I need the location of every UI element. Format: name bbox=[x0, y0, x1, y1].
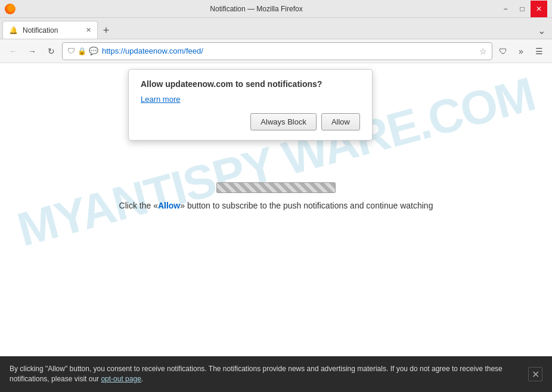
url-text: https://updateenow.com/feed/ bbox=[102, 46, 476, 55]
page-content: Allow updateenow.com to send notificatio… bbox=[0, 63, 552, 356]
bottom-bar-close-button[interactable]: ✕ bbox=[528, 367, 542, 381]
shield-icon: 🛡 bbox=[67, 46, 75, 55]
firefox-shield-button[interactable]: 🛡 bbox=[495, 43, 511, 60]
lock-icon: 🔒 bbox=[77, 47, 86, 55]
notification-icon: 💬 bbox=[89, 46, 98, 55]
progress-bar bbox=[216, 182, 336, 193]
active-tab[interactable]: 🔔 Notification ✕ bbox=[2, 21, 98, 39]
allow-button[interactable]: Allow bbox=[321, 113, 360, 130]
titlebar: Notification — Mozilla Firefox − □ ✕ bbox=[0, 0, 552, 18]
progress-instruction: Click the «Allow» button to subscribe to… bbox=[119, 200, 433, 212]
allow-highlight: Allow bbox=[158, 201, 180, 210]
firefox-logo-icon bbox=[5, 4, 15, 14]
reload-button[interactable]: ↻ bbox=[43, 43, 60, 60]
toolbar: ← → ↻ 🛡 🔒 💬 https://updateenow.com/feed/… bbox=[0, 39, 552, 63]
titlebar-title: Notification — Mozilla Firefox bbox=[15, 5, 497, 13]
forward-button[interactable]: → bbox=[24, 43, 41, 60]
tab-label: Notification bbox=[23, 26, 58, 35]
bottom-bar-text: By clicking "Allow" button, you consent … bbox=[10, 364, 519, 384]
tab-icon: 🔔 bbox=[9, 26, 18, 35]
tab-more-button[interactable]: ⌄ bbox=[533, 22, 550, 39]
address-bar-icons: 🛡 🔒 💬 bbox=[67, 46, 98, 55]
page-center: Click the «Allow» button to subscribe to… bbox=[0, 182, 552, 212]
popup-buttons: Always Block Allow bbox=[141, 113, 360, 130]
always-block-button[interactable]: Always Block bbox=[250, 113, 317, 130]
notification-popup: Allow updateenow.com to send notificatio… bbox=[128, 69, 373, 141]
titlebar-controls: − □ ✕ bbox=[497, 1, 547, 17]
tabbar: 🔔 Notification ✕ + ⌄ bbox=[0, 18, 552, 39]
popup-title: Allow updateenow.com to send notificatio… bbox=[141, 79, 360, 89]
extensions-button[interactable]: » bbox=[513, 43, 529, 60]
toolbar-right: 🛡 » ☰ bbox=[495, 43, 547, 60]
tab-close-button[interactable]: ✕ bbox=[86, 26, 91, 34]
back-button[interactable]: ← bbox=[5, 43, 21, 60]
bottom-notification-bar: By clicking "Allow" button, you consent … bbox=[0, 356, 552, 392]
titlebar-left bbox=[5, 4, 15, 14]
opt-out-link[interactable]: opt-out page bbox=[101, 375, 141, 383]
maximize-button[interactable]: □ bbox=[514, 1, 531, 17]
bookmark-star-icon[interactable]: ☆ bbox=[479, 46, 487, 56]
learn-more-link[interactable]: Learn more bbox=[141, 95, 180, 104]
address-bar[interactable]: 🛡 🔒 💬 https://updateenow.com/feed/ ☆ bbox=[62, 42, 492, 60]
menu-button[interactable]: ☰ bbox=[531, 43, 547, 60]
close-button[interactable]: ✕ bbox=[531, 1, 547, 17]
minimize-button[interactable]: − bbox=[497, 1, 514, 17]
new-tab-button[interactable]: + bbox=[98, 22, 114, 39]
